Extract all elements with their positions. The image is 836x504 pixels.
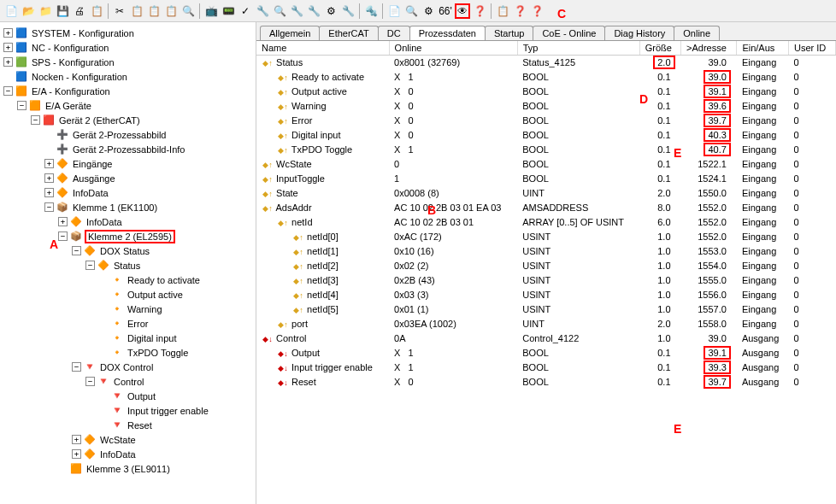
- table-row[interactable]: ◆↑ Status0x8001 (32769)Status_41252.039.…: [256, 56, 836, 70]
- tab-online[interactable]: Online: [674, 26, 720, 40]
- table-row[interactable]: ◆↓ Control0AControl_41221.039.0Ausgang0: [256, 331, 836, 346]
- toolbar-btn-28[interactable]: 66': [438, 3, 453, 19]
- toolbar-btn-15[interactable]: ✓: [238, 3, 253, 19]
- table-row[interactable]: ◆↓ OutputX 1BOOL0.139.1Ausgang0: [256, 346, 836, 360]
- tree-item-6[interactable]: −🟥Gerät 2 (EtherCAT): [0, 113, 256, 127]
- toolbar-btn-16[interactable]: 🔧: [255, 3, 270, 19]
- tree-item-21[interactable]: 🔸Digital input: [0, 331, 256, 345]
- table-row[interactable]: ◆↑ netId[4]0x03 (3)USINT1.01556.0Eingang…: [256, 288, 836, 302]
- toolbar-btn-8[interactable]: 📋: [129, 3, 144, 19]
- tab-startup[interactable]: Startup: [485, 26, 533, 40]
- tree-item-18[interactable]: 🔸Output active: [0, 287, 256, 302]
- toolbar-btn-18[interactable]: 🔧: [289, 3, 304, 19]
- table-row[interactable]: ◆↑ netId[2]0x02 (2)USINT1.01554.0Eingang…: [256, 259, 836, 273]
- tree-item-23[interactable]: −🔻DOX Control: [0, 360, 256, 374]
- table-row[interactable]: ◆↑ WcState0BOOL0.11522.1Eingang0: [256, 157, 836, 172]
- tree-item-27[interactable]: 🔻Reset: [0, 418, 256, 432]
- expander-icon[interactable]: +: [44, 173, 54, 183]
- toolbar-btn-25[interactable]: 📄: [386, 3, 402, 19]
- expander-icon[interactable]: −: [85, 261, 95, 270]
- expander-icon[interactable]: −: [58, 231, 68, 241]
- expander-icon[interactable]: +: [72, 435, 81, 444]
- tree-item-9[interactable]: +🔶Eingänge: [0, 156, 256, 171]
- expander-icon[interactable]: −: [44, 202, 54, 212]
- tree-item-4[interactable]: −🟧E/A - Konfiguration: [0, 84, 256, 98]
- toolbar-btn-26[interactable]: 🔍: [403, 3, 419, 19]
- toolbar-btn-5[interactable]: 📋: [89, 3, 104, 19]
- toolbar-btn-20[interactable]: ⚙: [323, 3, 339, 19]
- expander-icon[interactable]: +: [72, 449, 81, 459]
- expander-icon[interactable]: +: [44, 188, 54, 197]
- table-row[interactable]: ◆↑ ErrorX 0BOOL0.139.7Eingang0: [256, 114, 836, 128]
- expander-icon[interactable]: +: [44, 159, 54, 168]
- toolbar-btn-21[interactable]: 🔧: [340, 3, 356, 19]
- toolbar-btn-19[interactable]: 🔧: [306, 3, 321, 19]
- toolbar-btn-9[interactable]: 📋: [146, 3, 162, 19]
- toolbar-btn-32[interactable]: 📋: [495, 3, 510, 19]
- tree-item-17[interactable]: 🔸Ready to activate: [0, 273, 256, 287]
- table-row[interactable]: ◆↑ State0x0008 (8)UINT2.01550.0Eingang0: [256, 186, 836, 201]
- tab-allgemein[interactable]: Allgemein: [260, 26, 320, 40]
- tab-prozessdaten[interactable]: Prozessdaten: [409, 26, 486, 40]
- table-row[interactable]: ◆↑ TxPDO ToggleX 1BOOL0.140.7Eingang0: [256, 143, 836, 157]
- toolbar-btn-3[interactable]: 💾: [55, 3, 70, 19]
- table-row[interactable]: ◆↑ port0x03EA (1002)UINT2.01558.0Eingang…: [256, 317, 836, 331]
- toolbar-btn-14[interactable]: 📟: [221, 3, 236, 19]
- toolbar-btn-1[interactable]: 📂: [21, 3, 36, 19]
- table-row[interactable]: ◆↓ Input trigger enableX 1BOOL0.139.3Aus…: [256, 360, 836, 375]
- toolbar-btn-11[interactable]: 🔍: [180, 3, 196, 19]
- table-row[interactable]: ◆↑ netId[3]0x2B (43)USINT1.01555.0Eingan…: [256, 273, 836, 288]
- tree-item-1[interactable]: +🟦NC - Konfiguration: [0, 40, 256, 55]
- tree-item-14[interactable]: −📦Klemme 2 (EL2595): [0, 229, 256, 243]
- toolbar-btn-33[interactable]: ❓: [512, 3, 527, 19]
- column-header[interactable]: User ID: [788, 41, 835, 56]
- toolbar-btn-4[interactable]: 🖨: [72, 3, 87, 19]
- tree-item-3[interactable]: 🟦Nocken - Konfiguration: [0, 69, 256, 84]
- tree-item-20[interactable]: 🔸Error: [0, 316, 256, 331]
- toolbar-btn-2[interactable]: 📁: [38, 3, 53, 19]
- column-header[interactable]: Name: [256, 41, 389, 56]
- column-header[interactable]: >Adresse: [681, 41, 737, 56]
- expander-icon[interactable]: +: [3, 57, 13, 67]
- table-row[interactable]: ◆↓ ResetX 0BOOL0.139.7Ausgang0: [256, 375, 836, 390]
- tab-coe-online[interactable]: CoE - Online: [533, 26, 605, 40]
- tree-item-7[interactable]: ➕Gerät 2-Prozessabbild: [0, 127, 256, 142]
- tree-item-0[interactable]: +🟦SYSTEM - Konfiguration: [0, 26, 256, 40]
- tree-item-28[interactable]: +🔶WcState: [0, 432, 256, 447]
- tree-item-30[interactable]: 🟧Klemme 3 (EL9011): [0, 461, 256, 476]
- column-header[interactable]: Online: [389, 41, 517, 56]
- toolbar-btn-34[interactable]: ❓: [529, 3, 545, 19]
- table-row[interactable]: ◆↑ Ready to activateX 1BOOL0.139.0Eingan…: [256, 70, 836, 85]
- table-row[interactable]: ◆↑ WarningX 0BOOL0.139.6Eingang0: [256, 99, 836, 114]
- table-row[interactable]: ◆↑ netId[1]0x10 (16)USINT1.01553.0Eingan…: [256, 244, 836, 259]
- expander-icon[interactable]: −: [31, 115, 40, 125]
- expander-icon[interactable]: −: [72, 362, 81, 372]
- toolbar-btn-10[interactable]: 📋: [163, 3, 179, 19]
- tree-item-25[interactable]: 🔻Output: [0, 389, 256, 403]
- tree-item-11[interactable]: +🔶InfoData: [0, 185, 256, 200]
- config-tree[interactable]: A +🟦SYSTEM - Konfiguration+🟦NC - Konfigu…: [0, 22, 256, 504]
- table-row[interactable]: ◆↑ AdsAddrAC 10 02 2B 03 01 EA 03AMSADDR…: [256, 201, 836, 215]
- table-row[interactable]: ◆↑ netId[0]0xAC (172)USINT1.01552.0Einga…: [256, 230, 836, 244]
- tree-item-12[interactable]: −📦Klemme 1 (EK1100): [0, 200, 256, 214]
- tree-item-15[interactable]: −🔶DOX Status: [0, 243, 256, 258]
- table-row[interactable]: ◆↑ netIdAC 10 02 2B 03 01ARRAY [0..5] OF…: [256, 215, 836, 230]
- expander-icon[interactable]: −: [72, 246, 81, 255]
- tree-item-19[interactable]: 🔸Warning: [0, 302, 256, 316]
- tree-item-16[interactable]: −🔶Status: [0, 258, 256, 273]
- expander-icon[interactable]: −: [85, 377, 95, 386]
- toolbar-btn-7[interactable]: ✂: [112, 3, 127, 19]
- toolbar-btn-17[interactable]: 🔍: [272, 3, 287, 19]
- tab-diag-history[interactable]: Diag History: [604, 26, 674, 40]
- tree-item-2[interactable]: +🟩SPS - Konfiguration: [0, 55, 256, 69]
- tab-ethercat[interactable]: EtherCAT: [319, 26, 378, 40]
- expander-icon[interactable]: +: [3, 43, 13, 52]
- toolbar-btn-29[interactable]: 👁: [455, 3, 470, 19]
- column-header[interactable]: Ein/Aus: [737, 41, 789, 56]
- tree-item-10[interactable]: +🔶Ausgänge: [0, 171, 256, 185]
- table-row[interactable]: ◆↑ Output activeX 0BOOL0.139.1Eingang0: [256, 85, 836, 99]
- toolbar-btn-23[interactable]: 🔩: [363, 3, 379, 19]
- tree-item-24[interactable]: −🔻Control: [0, 374, 256, 389]
- table-row[interactable]: ◆↑ InputToggle1BOOL0.11524.1Eingang0: [256, 172, 836, 186]
- expander-icon[interactable]: +: [3, 28, 13, 38]
